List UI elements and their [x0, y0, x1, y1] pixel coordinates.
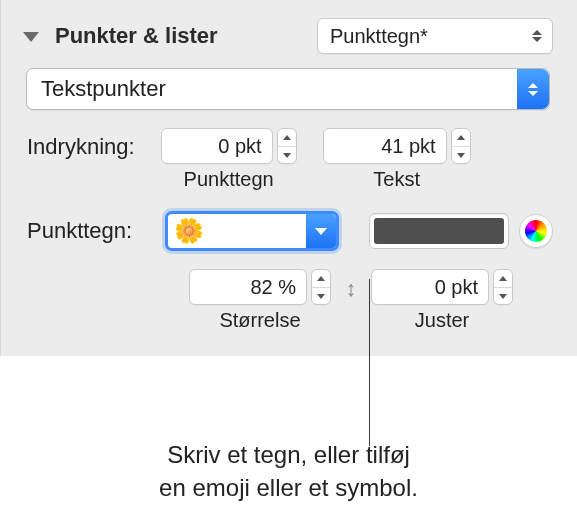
section-title: Punkter & lister	[55, 23, 218, 49]
bullet-indent-caption: Punkttegn	[184, 168, 274, 191]
bullet-type-value: Tekstpunkter	[41, 76, 166, 102]
align-caption: Juster	[415, 309, 469, 332]
list-style-popup[interactable]: Punkttegn*	[317, 18, 553, 54]
list-style-value: Punkttegn*	[330, 25, 428, 48]
stepper-buttons[interactable]	[277, 128, 297, 164]
disclosure-triangle-icon[interactable]	[23, 32, 39, 42]
bullet-type-popup[interactable]: Tekstpunkter	[26, 68, 550, 110]
popup-arrows-icon	[532, 30, 542, 42]
size-caption: Størrelse	[219, 309, 300, 332]
bullet-indent-stepper[interactable]: 0 pkt	[161, 128, 297, 164]
stepper-buttons[interactable]	[311, 269, 331, 305]
indent-label: Indrykning:	[27, 134, 135, 160]
bullet-color-well[interactable]	[369, 213, 509, 249]
callout-line1: Skriv et tegn, eller tilføj	[167, 441, 410, 468]
text-indent-caption: Tekst	[373, 168, 420, 191]
stepper-buttons[interactable]	[451, 128, 471, 164]
size-align-row: 82 % Størrelse ↕ 0 pkt Juster	[23, 269, 553, 332]
bullets-and-lists-panel: Punkter & lister Punkttegn* Tekstpunkter…	[0, 0, 577, 356]
bullet-char-popup[interactable]: 🌼	[165, 211, 339, 251]
align-stepper[interactable]: 0 pkt	[371, 269, 513, 305]
callout-leader-line	[369, 279, 370, 446]
color-picker-button[interactable]	[519, 214, 553, 248]
text-indent-stepper[interactable]: 41 pkt	[323, 128, 471, 164]
size-stepper[interactable]: 82 %	[189, 269, 331, 305]
align-field[interactable]: 0 pkt	[371, 269, 489, 305]
indent-row: Indrykning: 0 pkt Punkttegn 41 pkt Tekst	[23, 128, 553, 191]
bullet-character-row: Punkttegn: 🌼	[23, 211, 553, 251]
text-indent-field[interactable]: 41 pkt	[323, 128, 447, 164]
popup-arrow-icon	[306, 214, 336, 248]
section-header: Punkter & lister Punkttegn*	[23, 18, 553, 54]
popup-endcap-icon	[517, 69, 549, 109]
stepper-buttons[interactable]	[493, 269, 513, 305]
bullet-char-label: Punkttegn:	[27, 218, 155, 244]
callout-line2: en emoji eller et symbol.	[159, 474, 418, 501]
vertical-align-icon: ↕	[343, 271, 359, 307]
color-swatch	[374, 218, 504, 244]
size-field[interactable]: 82 %	[189, 269, 307, 305]
bullet-indent-field[interactable]: 0 pkt	[161, 128, 273, 164]
callout-text: Skriv et tegn, eller tilføj en emoji ell…	[0, 439, 577, 504]
bullet-glyph: 🌼	[174, 219, 204, 243]
color-wheel-icon	[525, 220, 547, 242]
